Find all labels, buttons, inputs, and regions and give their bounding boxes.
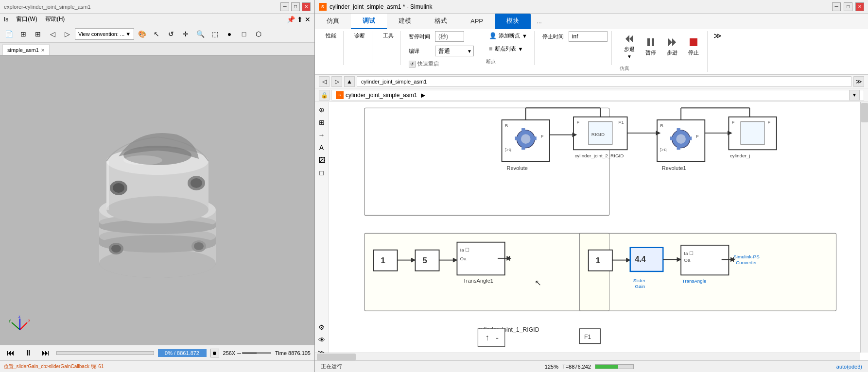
nav-back-btn[interactable]: ◁ xyxy=(319,76,330,87)
ribbon-collapse-btn[interactable]: ≫ xyxy=(712,31,724,40)
svg-text:Gain: Gain xyxy=(635,284,645,289)
view-convention-selector[interactable]: View convention: ... ▼ xyxy=(75,28,134,40)
tools-btn[interactable]: 工具 xyxy=(380,31,397,40)
canvas-left-sidebar: ⊕ ⊞ → A 🖼 □ ⚙ 👁 ≫ xyxy=(315,102,329,360)
settings-icon[interactable]: ⚙ xyxy=(316,321,328,333)
step-forward-icon xyxy=(666,36,678,48)
right-title-buttons: ─ □ ✕ xyxy=(832,2,864,11)
maximize-button[interactable]: □ xyxy=(291,2,300,11)
model-lock-btn[interactable]: 🔒 xyxy=(319,90,330,101)
svg-marker-34 xyxy=(668,38,672,46)
compile-mode-select[interactable]: 普通 快速 xyxy=(435,46,474,56)
scroll-thumb-v[interactable] xyxy=(861,103,868,122)
tab-model[interactable]: 建模 xyxy=(387,14,423,29)
rewind-btn[interactable]: ⏮ xyxy=(4,346,17,360)
arrow-left-btn[interactable]: ◁ xyxy=(46,27,59,41)
canvas-scroll-v[interactable] xyxy=(860,102,868,353)
svg-point-15 xyxy=(113,183,124,193)
arrow-icon[interactable]: → xyxy=(316,129,328,141)
add-breakpoint-arrow[interactable]: ▼ xyxy=(522,33,527,39)
simulink-logo: S xyxy=(319,3,327,11)
tab-simulation[interactable]: 仿真 xyxy=(315,14,351,29)
stop-btn[interactable]: 停止 xyxy=(684,34,703,58)
color-btn[interactable]: 🎨 xyxy=(135,27,149,41)
step-back-btn[interactable]: 步退 ▼ xyxy=(620,31,639,61)
more-button[interactable]: ... xyxy=(531,14,548,29)
rotate-btn[interactable]: ↺ xyxy=(164,27,178,41)
grid2-btn[interactable]: ⊞ xyxy=(31,27,45,41)
menu-is[interactable]: Is xyxy=(4,16,8,23)
right-minimize-btn[interactable]: ─ xyxy=(832,2,841,11)
model-dropdown-btn[interactable]: ▼ xyxy=(849,90,860,101)
close-button[interactable]: ✕ xyxy=(302,2,311,11)
menu-close-small[interactable]: ✕ xyxy=(305,16,311,23)
zoom-minus[interactable]: ─ xyxy=(237,350,241,356)
play-pause-btn[interactable]: ⏸ xyxy=(21,346,35,360)
fast-restart-label[interactable]: 快速重启 xyxy=(417,60,439,68)
right-maximize-btn[interactable]: □ xyxy=(844,2,852,11)
tab-blocks[interactable]: 模块 xyxy=(495,14,531,29)
nav-forward-btn[interactable]: ▷ xyxy=(331,76,342,87)
step-forward-btn[interactable]: 步进 xyxy=(662,34,682,58)
text-icon[interactable]: A xyxy=(316,142,328,153)
menu-help[interactable]: 帮助(H) xyxy=(45,15,65,23)
svg-text:TransAngle: TransAngle xyxy=(682,278,707,284)
select-btn[interactable]: ⬚ xyxy=(208,27,222,41)
move-btn[interactable]: ✛ xyxy=(179,27,192,41)
svg-point-42 xyxy=(521,134,531,144)
canvas-scroll-h[interactable] xyxy=(315,353,860,360)
left-menubar: Is 窗口(W) 帮助(H) 📌 ⬆ ✕ xyxy=(0,14,314,25)
left-panel: explorer-cylinder_joint_simple_asm1 ─ □ … xyxy=(0,0,315,372)
box-icon[interactable]: □ xyxy=(316,167,328,179)
tab-app[interactable]: APP xyxy=(459,14,495,29)
nav-bar: ◁ ▷ ▲ cylinder_joint_simple_asm1 ≫ xyxy=(315,75,868,88)
tab-debug[interactable]: 调试 xyxy=(351,14,387,29)
fit-icon[interactable]: ⊞ xyxy=(316,117,328,128)
cad-tab[interactable]: simple_asm1 ✕ xyxy=(2,45,50,55)
time-value: T=8876.242 xyxy=(562,364,591,370)
eye-icon[interactable]: 👁 xyxy=(316,334,328,346)
perf-btn[interactable]: 性能 xyxy=(323,31,339,40)
grid-btn[interactable]: ⊞ xyxy=(17,27,30,41)
menu-pin-icon[interactable]: 📌 xyxy=(287,16,295,23)
model-tree-bar: 🔒 S cylinder_joint_simple_asm1 ▶ ▼ xyxy=(315,88,868,102)
right-close-btn[interactable]: ✕ xyxy=(855,2,864,11)
diag-btn[interactable]: 诊断 xyxy=(351,31,368,40)
cylinder-btn[interactable]: ⬡ xyxy=(252,27,265,41)
svg-text:cylinder_joint_2_RIGID: cylinder_joint_2_RIGID xyxy=(574,153,624,158)
menu-window[interactable]: 窗口(W) xyxy=(16,15,37,23)
pause-time-input[interactable] xyxy=(435,31,464,42)
step-back-arrow[interactable]: ▼ xyxy=(627,54,632,59)
stoptime-input[interactable] xyxy=(569,31,608,42)
pause-sim-btn[interactable]: 暂停 xyxy=(641,34,660,58)
zoom-in-icon[interactable]: ⊕ xyxy=(316,104,328,116)
new-btn[interactable]: 📄 xyxy=(2,27,16,41)
scroll-thumb-h[interactable] xyxy=(317,354,356,360)
solver-link[interactable]: auto(ode3) xyxy=(836,364,862,370)
progress-track[interactable] xyxy=(56,351,154,355)
box-btn[interactable]: □ xyxy=(237,27,251,41)
svg-line-24 xyxy=(20,322,27,330)
tab-format[interactable]: 格式 xyxy=(423,14,459,29)
status-bar: 正在运行 125% T=8876.242 auto(ode3) xyxy=(315,360,868,372)
add-breakpoint-btn[interactable]: 👤 添加断点 ▼ xyxy=(486,31,530,40)
nav-expand-btn[interactable]: ≫ xyxy=(853,76,864,87)
zoom-slider[interactable] xyxy=(242,352,271,354)
arrow-right-btn[interactable]: ▷ xyxy=(60,27,74,41)
breakpoint-list-btn[interactable]: ≡ 断点列表 ▼ xyxy=(486,44,526,53)
sphere-btn[interactable]: ● xyxy=(223,27,236,41)
svg-rect-44 xyxy=(521,145,525,150)
step-btn[interactable]: ⏭ xyxy=(39,346,52,360)
zoom-label: 256X xyxy=(223,350,236,356)
svg-text:Slider: Slider xyxy=(633,278,646,283)
nav-up-btn[interactable]: ▲ xyxy=(344,76,355,87)
zoom-btn[interactable]: 🔍 xyxy=(193,27,207,41)
breakpoint-list-arrow[interactable]: ▼ xyxy=(518,46,523,52)
menu-maximize-icon[interactable]: ⬆ xyxy=(297,16,303,23)
image-icon[interactable]: 🖼 xyxy=(316,154,328,166)
tab-close-icon[interactable]: ✕ xyxy=(41,48,45,53)
pause-row: 暂停时间 xyxy=(409,31,464,42)
pointer-btn[interactable]: ↖ xyxy=(150,27,163,41)
minimize-button[interactable]: ─ xyxy=(280,2,289,11)
record-btn[interactable]: ⏺ xyxy=(210,349,219,357)
